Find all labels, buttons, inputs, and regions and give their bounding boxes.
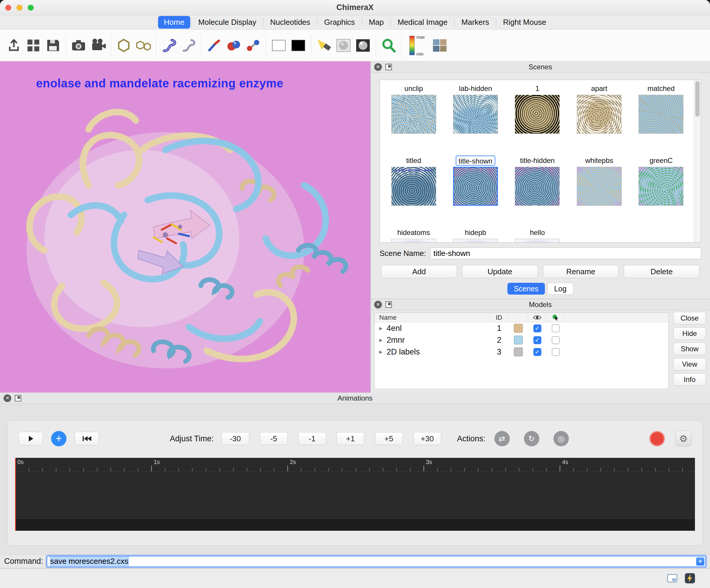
open-icon[interactable] — [4, 33, 24, 58]
rename-scene-button[interactable]: Rename — [543, 265, 619, 278]
scene-item[interactable]: matched — [630, 83, 692, 134]
ring-small-icon[interactable] — [114, 33, 134, 58]
model-shown-checkbox[interactable]: ✓ — [534, 348, 541, 356]
time-minus-1-button[interactable]: -1 — [298, 432, 326, 445]
model-show-button[interactable]: Show — [673, 343, 706, 355]
scene-item[interactable]: hideatoms — [383, 227, 445, 243]
command-history-dropdown-icon[interactable]: ▾ — [696, 557, 704, 566]
tab-right-mouse[interactable]: Right Mouse — [497, 16, 552, 29]
tab-molecule-display[interactable]: Molecule Display — [192, 16, 262, 29]
ball-and-stick-icon[interactable] — [243, 33, 263, 58]
scene-thumbnail[interactable] — [577, 95, 622, 134]
model-shown-checkbox[interactable]: ✓ — [534, 336, 541, 344]
white-background-icon[interactable] — [269, 33, 288, 58]
scene-thumbnails-area[interactable]: unclip lab-hidden 1 apart matched titled… — [380, 80, 701, 243]
scene-thumbnail[interactable] — [391, 95, 436, 134]
hide-cartoon-icon[interactable] — [179, 33, 198, 58]
time-plus-1-button[interactable]: +1 — [337, 432, 364, 445]
playhead[interactable] — [15, 458, 16, 531]
model-select-checkbox[interactable] — [552, 324, 560, 333]
model-color-swatch[interactable] — [514, 347, 523, 356]
animation-settings-gear-icon[interactable]: ⚙ — [676, 431, 691, 447]
scene-thumbnail[interactable] — [515, 239, 560, 243]
play-button[interactable] — [19, 432, 43, 445]
model-select-checkbox[interactable] — [552, 336, 560, 344]
model-row[interactable]: ▸4enl 1 ✓ — [375, 322, 668, 334]
scene-thumbnail[interactable] — [453, 239, 498, 243]
scene-thumbnail[interactable] — [639, 95, 683, 134]
model-shown-checkbox[interactable]: ✓ — [534, 324, 541, 333]
scene-thumbnail[interactable] — [639, 167, 683, 206]
update-scene-button[interactable]: Update — [462, 265, 538, 278]
full-lighting-icon[interactable] — [353, 33, 373, 58]
model-color-swatch[interactable] — [514, 324, 523, 333]
panel-undock-icon[interactable] — [15, 395, 21, 401]
delete-scene-button[interactable]: Delete — [624, 265, 700, 278]
command-input[interactable]: save morescenes2.cxs ▾ — [47, 556, 706, 567]
replay-action-icon[interactable]: ↻ — [524, 431, 539, 446]
timeline-track[interactable]: 0s1s2s3s4s — [15, 458, 695, 531]
add-scene-button[interactable]: Add — [381, 265, 457, 278]
color-key-icon[interactable]: max min — [405, 33, 430, 58]
tab-medical-image[interactable]: Medical Image — [392, 16, 453, 29]
magnify-icon[interactable] — [379, 33, 398, 58]
model-view-button[interactable]: View — [673, 358, 706, 370]
scene-thumbnail[interactable] — [453, 167, 498, 206]
scrollbar-thumb[interactable] — [695, 81, 700, 117]
target-action-icon[interactable]: ◎ — [553, 431, 569, 446]
swap-action-icon[interactable]: ⇄ — [494, 431, 510, 446]
scene-name-input[interactable] — [430, 247, 701, 259]
footer-tab-scenes[interactable]: Scenes — [507, 283, 545, 295]
time-minus-30-button[interactable]: -30 — [221, 432, 249, 445]
model-info-button[interactable]: Info — [673, 373, 706, 386]
footer-tab-log[interactable]: Log — [547, 283, 573, 295]
ring-fused-icon[interactable] — [134, 33, 153, 58]
timeline-bottom-lane[interactable] — [15, 519, 695, 531]
spin-movie-icon[interactable] — [88, 33, 108, 58]
snapshot-camera-icon[interactable] — [69, 33, 88, 58]
recent-files-icon[interactable] — [24, 33, 43, 58]
panel-close-icon[interactable]: ✕ — [374, 63, 382, 71]
scene-thumbnail[interactable] — [515, 167, 560, 206]
scene-item[interactable]: 1 — [506, 83, 568, 134]
lightning-icon[interactable] — [683, 572, 696, 585]
scene-item[interactable]: greenC — [630, 155, 692, 206]
soft-lighting-icon[interactable] — [334, 33, 353, 58]
black-background-icon[interactable] — [288, 33, 308, 58]
scrollbar-track[interactable] — [694, 80, 701, 242]
scene-item[interactable]: titled — [383, 155, 445, 206]
model-row[interactable]: ▸2mnr 2 ✓ — [375, 334, 668, 346]
tab-markers[interactable]: Markers — [455, 16, 495, 29]
save-icon[interactable] — [43, 33, 63, 58]
disclosure-triangle-icon[interactable]: ▸ — [379, 324, 382, 332]
panel-close-icon[interactable]: ✕ — [3, 394, 11, 402]
scene-item-selected[interactable]: title-shown — [445, 155, 506, 206]
image-mosaic-icon[interactable] — [430, 33, 450, 58]
disclosure-triangle-icon[interactable]: ▸ — [379, 336, 382, 344]
record-button[interactable] — [649, 431, 665, 446]
tab-home[interactable]: Home — [158, 16, 190, 29]
scene-thumbnail[interactable] — [453, 95, 498, 134]
panel-close-icon[interactable]: ✕ — [374, 301, 382, 309]
show-cartoon-icon[interactable] — [159, 33, 179, 58]
add-keyframe-button[interactable]: + — [51, 431, 67, 446]
sphere-style-icon[interactable] — [224, 33, 243, 58]
stick-style-icon[interactable] — [204, 33, 224, 58]
scene-thumbnail[interactable] — [515, 95, 560, 134]
model-select-checkbox[interactable] — [552, 348, 560, 356]
scene-item[interactable]: hidepb — [445, 227, 506, 243]
scene-item[interactable]: whitepbs — [568, 155, 630, 206]
tab-map[interactable]: Map — [363, 16, 390, 29]
scene-thumbnail[interactable] — [577, 167, 622, 206]
scene-item[interactable]: unclip — [383, 83, 445, 134]
scene-thumbnail[interactable] — [391, 167, 436, 206]
panel-undock-icon[interactable] — [385, 301, 392, 308]
graphics-viewport[interactable]: enolase and mandelate racemizing enzyme — [0, 62, 370, 393]
scene-item[interactable]: title-hidden — [506, 155, 568, 206]
model-row[interactable]: ▸2D labels 3 ✓ — [375, 346, 668, 358]
rewind-button[interactable] — [75, 432, 99, 445]
model-hide-button[interactable]: Hide — [673, 327, 706, 340]
disclosure-triangle-icon[interactable]: ▸ — [379, 348, 382, 356]
simple-lighting-icon[interactable] — [314, 33, 334, 58]
scene-thumbnail[interactable] — [391, 239, 436, 243]
